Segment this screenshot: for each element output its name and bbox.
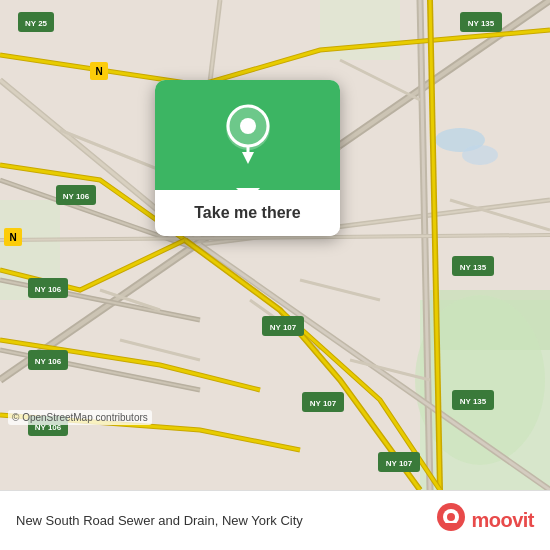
svg-point-7 (462, 145, 498, 165)
svg-text:NY 106: NY 106 (35, 357, 62, 366)
svg-text:NY 107: NY 107 (386, 459, 413, 468)
svg-point-69 (447, 513, 455, 521)
svg-text:N: N (95, 66, 102, 77)
svg-point-65 (240, 118, 256, 134)
svg-text:NY 107: NY 107 (270, 323, 297, 332)
location-label: New South Road Sewer and Drain, New York… (16, 513, 435, 528)
popup-header (155, 80, 340, 190)
moovit-logo: moovit (435, 503, 534, 539)
map-container[interactable]: NY 25 NY 106 NY 106 NY 106 NY 106 NY 135… (0, 0, 550, 490)
map-attribution: © OpenStreetMap contributors (8, 410, 152, 425)
popup-card: Take me there (155, 80, 340, 236)
svg-text:NY 107: NY 107 (310, 399, 337, 408)
bottom-bar: New South Road Sewer and Drain, New York… (0, 490, 550, 550)
moovit-brand-name: moovit (471, 509, 534, 532)
svg-text:NY 25: NY 25 (25, 19, 48, 28)
svg-text:NY 135: NY 135 (468, 19, 495, 28)
svg-text:NY 135: NY 135 (460, 263, 487, 272)
svg-text:N: N (9, 232, 16, 243)
moovit-pin-icon (435, 503, 467, 539)
location-pin-icon (222, 104, 274, 166)
svg-text:NY 106: NY 106 (35, 285, 62, 294)
svg-text:NY 106: NY 106 (63, 192, 90, 201)
svg-marker-66 (242, 152, 254, 164)
svg-text:NY 135: NY 135 (460, 397, 487, 406)
